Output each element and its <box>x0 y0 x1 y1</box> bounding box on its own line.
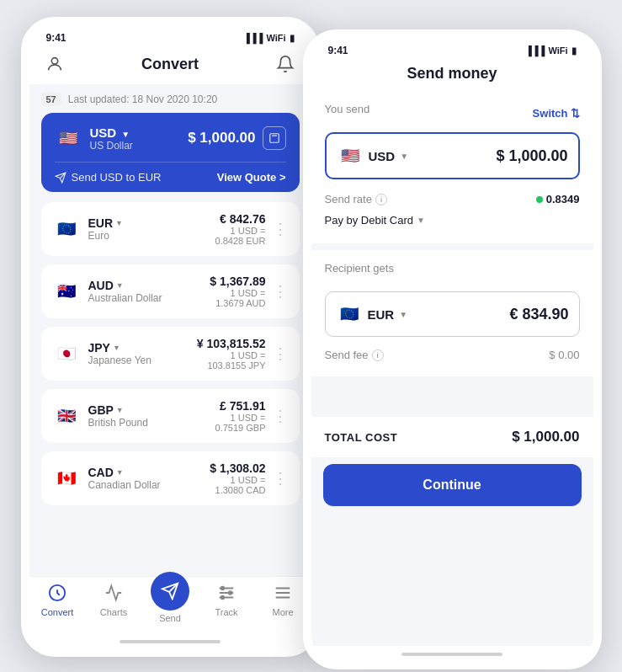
status-time-2: 9:41 <box>328 45 348 56</box>
jpy-flag: 🇯🇵 <box>53 340 80 367</box>
cad-menu-icon[interactable]: ⋮ <box>273 471 288 486</box>
pay-method-label: Pay by Debit Card <box>325 214 414 227</box>
charts-icon <box>104 584 123 605</box>
recipient-gets-label: Recipient gets <box>325 262 394 275</box>
send-circle-icon <box>151 572 189 611</box>
total-cost-label: TOTAL COST <box>325 431 398 444</box>
nav-more[interactable]: More <box>262 584 304 623</box>
main-currency-card[interactable]: 🇺🇸 USD ▼ US Dollar $ 1,000.00 <box>41 113 300 192</box>
convert-label: Convert <box>41 607 74 617</box>
gbp-name: British Pound <box>88 417 148 429</box>
to-currency-code: EUR <box>368 307 395 322</box>
phone-2: 9:41 ▐▐▐ WiFi ▮ Send money You send Swit… <box>303 29 602 669</box>
cad-amount: $ 1,308.02 <box>210 461 265 475</box>
total-cost-value: $ 1,000.00 <box>512 429 579 445</box>
nav-send[interactable]: Send <box>149 584 191 623</box>
home-indicator-1 <box>120 640 221 643</box>
cad-flag: 🇨🇦 <box>53 465 80 492</box>
wifi-icon-2: WiFi <box>548 45 567 56</box>
switch-button[interactable]: Switch ⇅ <box>533 107 580 120</box>
pay-method-row[interactable]: Pay by Debit Card ▼ <box>325 209 580 232</box>
content-1: 57 Last updated: 18 Nov 2020 10:20 🇺🇸 US… <box>29 84 311 576</box>
from-currency-select[interactable]: 🇺🇸 USD ▼ <box>337 142 409 169</box>
battery-icon-2: ▮ <box>571 45 577 56</box>
to-flag: 🇪🇺 <box>336 301 363 328</box>
cad-code: CAD ▼ <box>88 466 161 479</box>
from-currency-input[interactable]: 🇺🇸 USD ▼ $ 1,000.00 <box>325 132 580 179</box>
more-icon <box>274 584 292 605</box>
to-currency-input[interactable]: 🇪🇺 EUR ▼ € 834.90 <box>325 291 580 337</box>
home-indicator-2 <box>401 653 502 656</box>
jpy-code: JPY ▼ <box>88 341 152 355</box>
svg-point-15 <box>221 587 225 590</box>
to-chevron-icon: ▼ <box>399 310 407 319</box>
to-currency-select[interactable]: 🇪🇺 EUR ▼ <box>336 301 408 328</box>
fee-info-icon: i <box>372 349 384 361</box>
view-quote-button[interactable]: View Quote > <box>217 171 286 184</box>
phone-1: 9:41 ▐▐▐ WiFi ▮ Convert <box>21 17 320 657</box>
gbp-card[interactable]: 🇬🇧 GBP ▼ British Pound £ 751.91 1 USD =0… <box>41 389 300 443</box>
nav-convert[interactable]: Convert <box>36 584 78 623</box>
gbp-code: GBP ▼ <box>88 403 148 417</box>
nav-charts[interactable]: Charts <box>93 584 135 623</box>
gbp-amount: £ 751.91 <box>215 399 266 413</box>
aud-name: Australian Dollar <box>88 292 162 304</box>
you-send-section: You send Switch ⇅ 🇺🇸 USD ▼ $ 1,000.00 <box>311 91 593 243</box>
gbp-menu-icon[interactable]: ⋮ <box>273 408 288 424</box>
send-fee-value: $ 0.00 <box>549 349 579 361</box>
charts-label: Charts <box>100 607 127 617</box>
send-icon <box>55 172 66 184</box>
wifi-icon: WiFi <box>266 33 285 43</box>
bell-icon[interactable] <box>274 52 297 76</box>
jpy-card[interactable]: 🇯🇵 JPY ▼ Japanese Yen ¥ 103,815.52 1 USD… <box>41 327 300 381</box>
cad-card[interactable]: 🇨🇦 CAD ▼ Canadian Dollar $ 1,308.02 1 US… <box>41 451 300 505</box>
eur-rate: 1 USD =0.8428 EUR <box>215 226 266 246</box>
eur-card[interactable]: 🇪🇺 EUR ▼ Euro € 842.76 1 USD =0.8428 EUR… <box>41 202 300 256</box>
usd-flag: 🇺🇸 <box>55 125 82 152</box>
send-rate-label: Send rate i <box>325 193 387 205</box>
main-currency-code: USD ▼ <box>90 125 133 140</box>
jpy-amount: ¥ 103,815.52 <box>197 337 266 350</box>
main-currency-name: US Dollar <box>90 140 133 152</box>
track-label: Track <box>215 607 237 617</box>
nav-header-1: Convert <box>29 47 311 84</box>
from-currency-amount[interactable]: $ 1,000.00 <box>496 147 567 165</box>
cad-name: Canadian Dollar <box>88 479 161 491</box>
aud-card[interactable]: 🇦🇺 AUD ▼ Australian Dollar $ 1,367.89 1 … <box>41 264 300 318</box>
eur-amount: € 842.76 <box>215 212 266 226</box>
update-badge: 57 <box>41 93 61 106</box>
bottom-nav-1: Convert Charts Send <box>29 576 311 633</box>
from-chevron-icon: ▼ <box>400 152 408 161</box>
aud-rate: 1 USD =1.3679 AUD <box>210 288 265 308</box>
eur-flag: 🇪🇺 <box>53 216 80 243</box>
pay-chevron-icon: ▼ <box>417 216 425 225</box>
aud-menu-icon[interactable]: ⋮ <box>273 284 288 299</box>
jpy-menu-icon[interactable]: ⋮ <box>273 346 288 361</box>
eur-menu-icon[interactable]: ⋮ <box>273 221 288 237</box>
continue-button[interactable]: Continue <box>323 464 582 506</box>
last-updated-bar: 57 Last updated: 18 Nov 2020 10:20 <box>41 84 300 113</box>
svg-point-0 <box>51 58 57 64</box>
send-row[interactable]: Send USD to EUR View Quote > <box>55 162 286 192</box>
send-fee-label: Send fee i <box>325 349 384 361</box>
calculator-icon[interactable] <box>263 126 286 150</box>
page-title-1: Convert <box>141 56 199 73</box>
svg-rect-1 <box>269 134 279 143</box>
gbp-flag: 🇬🇧 <box>53 403 80 429</box>
send-rate-value: 0.8349 <box>536 193 580 205</box>
send-label-text: Send USD to EUR <box>72 171 162 184</box>
total-cost-section: TOTAL COST $ 1,000.00 <box>311 417 593 457</box>
from-flag: 🇺🇸 <box>337 142 364 169</box>
signal-icon: ▐▐▐ <box>243 33 263 43</box>
nav-track[interactable]: Track <box>205 584 247 623</box>
status-icons-1: ▐▐▐ WiFi ▮ <box>243 33 295 44</box>
to-currency-amount: € 834.90 <box>509 306 568 323</box>
battery-icon: ▮ <box>290 33 295 44</box>
page-title-2: Send money <box>407 65 497 83</box>
status-time-1: 9:41 <box>46 32 66 44</box>
profile-icon[interactable] <box>43 52 66 76</box>
signal-icon-2: ▐▐▐ <box>525 45 545 56</box>
eur-name: Euro <box>88 230 123 242</box>
switch-arrows-icon: ⇅ <box>571 107 580 120</box>
status-icons-2: ▐▐▐ WiFi ▮ <box>525 45 577 56</box>
